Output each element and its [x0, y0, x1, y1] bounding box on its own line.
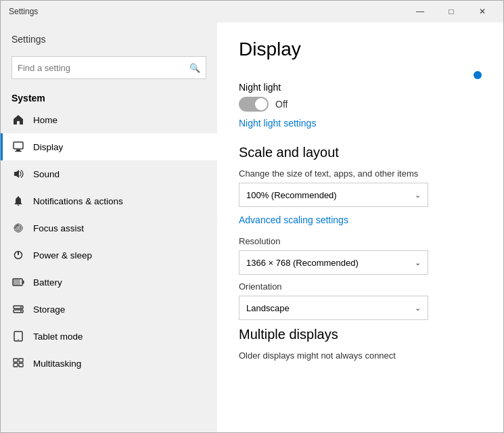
svg-rect-17 — [19, 363, 23, 367]
search-input[interactable] — [18, 63, 189, 73]
sidebar-header: Settings — [1, 22, 217, 51]
close-button[interactable]: ✕ — [467, 1, 498, 22]
sidebar-item-display[interactable]: Display — [1, 133, 217, 160]
window-controls: — □ ✕ — [405, 1, 498, 22]
focus-label: Focus assist — [33, 223, 84, 233]
toggle-knob — [255, 98, 267, 110]
scale-label: Change the size of text, apps, and other… — [239, 168, 482, 179]
window-title: Settings — [9, 7, 38, 16]
power-label: Power & sleep — [33, 250, 92, 260]
page-title: Display — [239, 39, 482, 60]
night-light-setting: Night light Off — [239, 82, 482, 112]
multitasking-label: Multitasking — [33, 359, 81, 369]
svg-rect-7 — [14, 279, 20, 285]
sidebar-item-home[interactable]: Home — [1, 106, 217, 133]
home-icon — [12, 113, 25, 127]
notifications-label: Notifications & actions — [33, 196, 123, 206]
sidebar-item-power[interactable]: Power & sleep — [1, 242, 217, 269]
battery-icon — [12, 275, 25, 289]
focus-icon — [12, 221, 25, 235]
sidebar-item-notifications[interactable]: Notifications & actions — [1, 187, 217, 214]
night-light-toggle-row: Off — [239, 97, 482, 112]
sound-label: Sound — [33, 169, 60, 179]
tablet-label: Tablet mode — [33, 332, 83, 342]
advanced-scaling-link[interactable]: Advanced scaling settings — [239, 214, 348, 225]
sidebar-item-multitasking[interactable]: Multitasking — [1, 350, 217, 377]
monitor-dot-icon — [474, 71, 482, 79]
night-light-settings-link[interactable]: Night light settings — [239, 118, 316, 129]
tablet-icon — [12, 329, 25, 343]
svg-point-10 — [20, 306, 22, 308]
orientation-value: Landscape — [246, 303, 290, 313]
notifications-icon — [12, 194, 25, 208]
resolution-dropdown-arrow: ⌄ — [415, 258, 421, 267]
right-panel: Display Night light Off Night light sett… — [217, 22, 503, 432]
svg-rect-6 — [23, 281, 24, 284]
night-light-status: Off — [275, 99, 288, 110]
scale-dropdown-arrow: ⌄ — [415, 191, 421, 200]
multitasking-icon — [12, 357, 25, 370]
svg-rect-16 — [14, 363, 18, 367]
storage-label: Storage — [33, 304, 65, 315]
main-content: Settings 🔍 System Home — [1, 22, 503, 432]
night-light-label: Night light — [239, 82, 482, 93]
sidebar-item-storage[interactable]: Storage — [1, 296, 217, 323]
multiple-displays-desc: Older displays might not always connect — [239, 350, 482, 361]
sidebar: Settings 🔍 System Home — [1, 22, 217, 432]
svg-point-11 — [20, 311, 22, 312]
display-label: Display — [33, 142, 63, 152]
resolution-dropdown[interactable]: 1366 × 768 (Recommended) ⌄ — [239, 250, 428, 275]
settings-window: Settings — □ ✕ Settings 🔍 System — [0, 0, 504, 433]
sidebar-title: Settings — [12, 34, 46, 45]
orientation-label: Orientation — [239, 281, 482, 292]
svg-point-13 — [18, 339, 19, 340]
sidebar-item-focus[interactable]: Focus assist — [1, 214, 217, 242]
sidebar-item-sound[interactable]: Sound — [1, 160, 217, 187]
minimize-button[interactable]: — — [405, 1, 436, 22]
sidebar-item-battery[interactable]: Battery — [1, 269, 217, 296]
search-box[interactable]: 🔍 — [12, 56, 206, 79]
search-icon: 🔍 — [189, 63, 200, 73]
home-label: Home — [33, 115, 58, 125]
svg-rect-1 — [16, 150, 20, 151]
maximize-button[interactable]: □ — [436, 1, 467, 22]
svg-rect-2 — [15, 151, 22, 152]
resolution-value: 1366 × 768 (Recommended) — [246, 258, 359, 268]
orientation-dropdown[interactable]: Landscape ⌄ — [239, 296, 428, 320]
multiple-displays-title: Multiple displays — [239, 327, 482, 342]
sidebar-item-tablet[interactable]: Tablet mode — [1, 323, 217, 350]
orientation-dropdown-arrow: ⌄ — [415, 304, 421, 313]
svg-rect-14 — [14, 359, 18, 362]
display-icon — [12, 140, 25, 154]
section-label: System — [1, 87, 217, 106]
battery-label: Battery — [33, 277, 62, 288]
night-light-toggle[interactable] — [239, 97, 269, 112]
scale-dropdown[interactable]: 100% (Recommended) ⌄ — [239, 183, 428, 207]
titlebar: Settings — □ ✕ — [1, 1, 503, 22]
power-icon — [12, 248, 25, 262]
resolution-label: Resolution — [239, 236, 482, 246]
display-dot-container — [239, 71, 482, 79]
svg-rect-0 — [14, 142, 23, 149]
svg-rect-15 — [19, 359, 23, 362]
storage-icon — [12, 302, 25, 316]
sound-icon — [12, 167, 25, 181]
scale-value: 100% (Recommended) — [246, 190, 337, 200]
scale-section-title: Scale and layout — [239, 145, 482, 160]
